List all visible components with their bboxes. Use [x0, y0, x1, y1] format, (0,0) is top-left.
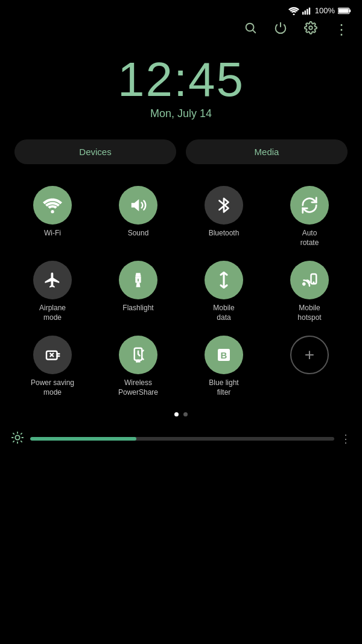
svg-rect-7 [349, 9, 351, 12]
svg-line-29 [21, 441, 22, 441]
tab-row: Devices Media [0, 126, 362, 170]
svg-rect-6 [338, 8, 349, 13]
toggle-circle-airplane [33, 261, 72, 299]
svg-point-25 [15, 435, 19, 439]
toggle-mobiledata[interactable]: Mobile data [181, 256, 267, 327]
battery-icon [338, 7, 351, 14]
toggle-label-airplane: Airplane mode [39, 304, 66, 322]
toggle-circle-add: + [290, 336, 329, 374]
status-bar: 100% [0, 0, 362, 18]
brightness-row: ⋮ [0, 426, 362, 452]
search-icon[interactable] [244, 21, 257, 37]
toggle-wifi[interactable]: Wi-Fi [10, 181, 95, 252]
toggle-hotspot[interactable]: Mobile hotspot [267, 256, 352, 327]
svg-marker-12 [132, 199, 139, 211]
toggle-label-autorotate: Auto rotate [300, 229, 319, 247]
svg-rect-1 [302, 11, 303, 14]
svg-line-32 [13, 441, 14, 441]
more-icon[interactable]: ⋮ [334, 22, 349, 37]
toggle-powersaving[interactable]: Power saving mode [10, 331, 95, 402]
signal-icon [302, 7, 312, 15]
svg-rect-3 [306, 8, 308, 14]
toggle-wirelesspowershare[interactable]: Wireless PowerShare [95, 331, 181, 402]
clock-time: 12:45 [0, 56, 362, 104]
toggle-circle-hotspot [290, 261, 329, 299]
svg-rect-4 [309, 7, 310, 14]
brightness-more-icon[interactable]: ⋮ [340, 432, 351, 445]
svg-text:B: B [221, 351, 227, 361]
svg-point-10 [309, 26, 313, 30]
svg-point-11 [51, 210, 54, 213]
dot-2 [183, 412, 188, 416]
toggle-label-bluetooth: Bluetooth [209, 229, 240, 238]
toggle-label-hotspot: Mobile hotspot [297, 304, 321, 322]
toggle-circle-powersaving [33, 336, 72, 374]
toggle-bluetooth[interactable]: Bluetooth [181, 181, 267, 252]
toggle-label-bluelightfilter: Blue light filter [209, 378, 238, 397]
svg-line-9 [253, 30, 255, 33]
clock-section: 12:45 Mon, July 14 [0, 43, 362, 126]
brightness-icon [11, 431, 24, 447]
toggle-circle-mobiledata [205, 261, 243, 299]
toggle-autorotate[interactable]: Auto rotate [267, 181, 352, 252]
svg-line-33 [21, 433, 22, 433]
settings-icon[interactable] [304, 21, 317, 37]
svg-point-0 [293, 13, 294, 15]
toggle-airplane[interactable]: Airplane mode [10, 256, 95, 327]
brightness-bar[interactable] [30, 437, 334, 441]
toggles-grid: Wi-Fi Sound Bluetooth [0, 170, 362, 406]
status-icons: 100% [288, 6, 351, 15]
page-dots [0, 406, 362, 424]
clock-date: Mon, July 14 [0, 107, 362, 120]
toggle-add[interactable]: + [267, 331, 352, 402]
wifi-status-icon [288, 7, 299, 15]
svg-line-28 [13, 433, 14, 433]
toggle-label-wifi: Wi-Fi [44, 229, 61, 238]
dot-1 [174, 412, 179, 416]
toggle-circle-bluelightfilter: B [205, 336, 243, 374]
toggle-flashlight[interactable]: Flashlight [95, 256, 181, 327]
brightness-bar-fill [30, 437, 136, 441]
power-icon[interactable] [274, 21, 287, 37]
toggle-sound[interactable]: Sound [95, 181, 181, 252]
top-actions: ⋮ [0, 18, 362, 43]
toggle-label-powersaving: Power saving mode [31, 378, 74, 397]
toggle-label-sound: Sound [128, 229, 149, 238]
battery-percent: 100% [315, 6, 335, 15]
tab-devices[interactable]: Devices [14, 139, 176, 164]
toggle-bluelightfilter[interactable]: B Blue light filter [181, 331, 267, 402]
toggle-circle-flashlight [119, 261, 157, 299]
toggle-circle-sound [119, 186, 157, 225]
toggle-label-wirelesspowershare: Wireless PowerShare [118, 378, 158, 397]
toggle-circle-autorotate [290, 186, 329, 225]
svg-point-21 [51, 354, 53, 356]
toggle-label-flashlight: Flashlight [122, 304, 153, 313]
toggle-circle-bluetooth [205, 186, 243, 225]
toggle-label-mobiledata: Mobile data [213, 304, 234, 322]
svg-rect-2 [304, 10, 305, 14]
toggle-circle-wifi [33, 186, 72, 225]
toggle-circle-wirelesspowershare [119, 336, 157, 374]
tab-media[interactable]: Media [186, 139, 348, 164]
